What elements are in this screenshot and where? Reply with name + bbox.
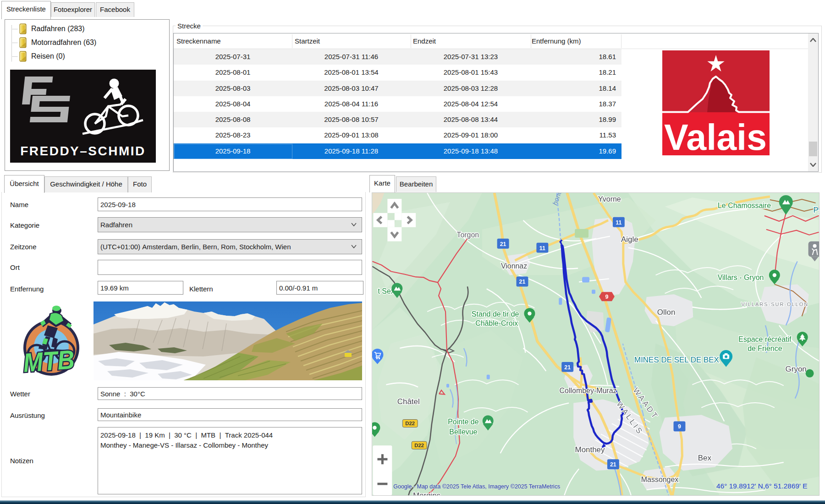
svg-text:MTB: MTB	[22, 344, 75, 378]
svg-text:de Frience: de Frience	[748, 345, 782, 352]
svg-text:Collombey-Muraz: Collombey-Muraz	[560, 387, 617, 394]
svg-text:21: 21	[564, 364, 571, 371]
svg-text:Bellevue: Bellevue	[449, 428, 477, 436]
svg-text:Morgins: Morgins	[413, 491, 440, 496]
svg-text:Valais: Valais	[664, 117, 767, 155]
svg-text:Aigle: Aigle	[621, 235, 638, 244]
svg-text:Châtel: Châtel	[397, 397, 420, 406]
svg-text:Yvorne: Yvorne	[598, 195, 621, 203]
svg-text:FREDDY–SCHMID: FREDDY–SCHMID	[20, 144, 146, 158]
svg-text:Le Chamossaire: Le Chamossaire	[718, 202, 771, 209]
svg-text:11: 11	[616, 219, 622, 226]
svg-text:21: 21	[519, 279, 526, 285]
svg-text:Villars - Gryon: Villars - Gryon	[718, 274, 764, 281]
svg-text:Stand de tir de: Stand de tir de	[472, 310, 519, 318]
svg-text:D22: D22	[414, 443, 424, 448]
svg-text:Ollon: Ollon	[657, 308, 676, 317]
svg-text:D22: D22	[405, 421, 415, 426]
svg-text:Monthey: Monthey	[575, 445, 605, 454]
svg-text:9: 9	[678, 423, 681, 430]
svg-text:Espace récréatif: Espace récréatif	[738, 335, 792, 343]
svg-text:Vionnaz: Vionnaz	[501, 262, 527, 270]
svg-text:Pointe de: Pointe de	[448, 418, 478, 426]
svg-text:Torgon: Torgon	[456, 231, 479, 239]
svg-text:Massongex: Massongex	[641, 476, 679, 483]
svg-text:MINES DE SEL DE BEX: MINES DE SEL DE BEX	[634, 356, 719, 364]
svg-text:21: 21	[610, 461, 616, 468]
svg-text:Bex: Bex	[698, 454, 712, 462]
svg-text:46° 19.8912' N,6° 51.2869' E: 46° 19.8912' N,6° 51.2869' E	[716, 482, 807, 490]
svg-text:Google - Map data ©2025 Tele A: Google - Map data ©2025 Tele Atlas, Imag…	[393, 483, 560, 490]
svg-text:21: 21	[500, 241, 506, 247]
svg-text:11: 11	[539, 245, 545, 252]
svg-text:VILLARS-SUR-OLLON: VILLARS-SUR-OLLON	[742, 301, 809, 307]
svg-text:9: 9	[605, 294, 608, 300]
svg-text:Gryon: Gryon	[786, 365, 807, 373]
svg-text:Châble-Croix: Châble-Croix	[475, 319, 518, 327]
svg-text:Py: Py	[814, 206, 820, 214]
